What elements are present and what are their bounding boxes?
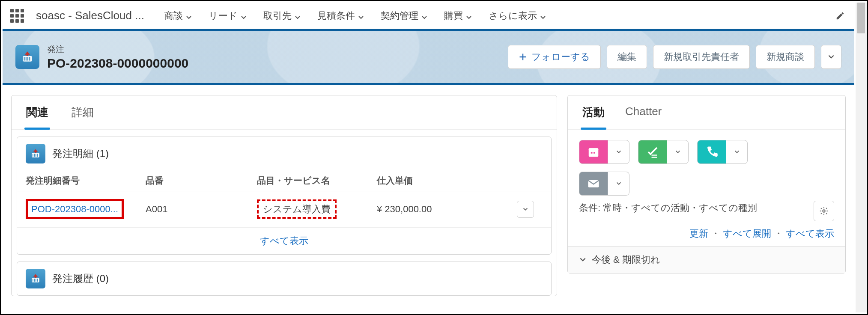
svg-rect-3	[27, 57, 28, 61]
chevron-down-icon[interactable]	[608, 140, 629, 164]
svg-rect-2	[26, 57, 27, 61]
svg-rect-13	[33, 279, 33, 282]
cell-price: ¥ 230,000.00	[377, 204, 517, 215]
chevron-down-icon[interactable]	[240, 12, 247, 19]
purchase-order-icon	[15, 45, 39, 69]
svg-rect-20	[591, 152, 593, 154]
col-header: 仕入単価	[377, 175, 517, 187]
svg-rect-10	[37, 154, 38, 157]
svg-rect-11	[35, 151, 36, 153]
cell-item-name: システム導入費	[257, 199, 337, 219]
order-line-link[interactable]: POD-202308-0000...	[26, 199, 124, 219]
chevron-down-icon[interactable]	[667, 140, 689, 164]
nav-tab-account[interactable]: 取引先	[259, 7, 305, 25]
svg-rect-14	[34, 279, 35, 282]
new-opportunity-button[interactable]: 新規商談	[756, 45, 815, 69]
svg-rect-19	[589, 148, 599, 151]
object-label: 発注	[47, 44, 508, 55]
send-email-button[interactable]	[579, 172, 629, 196]
tab-related[interactable]: 関連	[24, 95, 50, 129]
app-launcher-icon[interactable]	[8, 6, 27, 25]
tab-activity[interactable]: 活動	[581, 95, 606, 129]
new-event-button[interactable]	[579, 140, 629, 164]
chevron-down-icon[interactable]	[294, 12, 301, 19]
global-nav: soasc - SalesCloud ... 商談 リード 取引先 見積条件 契…	[3, 3, 854, 29]
task-icon	[638, 140, 667, 164]
chevron-down-icon[interactable]	[421, 12, 428, 19]
svg-rect-15	[36, 279, 36, 282]
tab-chatter[interactable]: Chatter	[623, 95, 663, 129]
related-list-order-history: 発注履歴 (0)	[17, 262, 552, 296]
svg-rect-9	[36, 154, 36, 157]
svg-rect-1	[24, 57, 25, 61]
nav-tab-purchase[interactable]: 購買	[440, 7, 477, 25]
more-actions-button[interactable]	[821, 45, 841, 69]
activity-settings-button[interactable]	[814, 201, 834, 221]
mail-icon	[579, 172, 608, 196]
log-call-button[interactable]	[697, 140, 748, 164]
activity-links: 更新・すべて展開・すべて表示	[568, 221, 845, 246]
nav-tab-contract[interactable]: 契約管理	[376, 7, 432, 25]
expand-all-link[interactable]: すべて展開	[723, 228, 771, 239]
cell-code: A001	[146, 204, 257, 215]
chevron-down-icon[interactable]	[358, 12, 364, 19]
svg-point-23	[823, 210, 825, 212]
related-list-order-lines: 発注明細 (1) 発注明細番号 品番 品目・サービス名 仕入単価 POD-202…	[17, 137, 552, 255]
phone-icon	[697, 140, 726, 164]
col-header: 品番	[146, 175, 257, 187]
svg-rect-5	[27, 54, 28, 56]
svg-rect-4	[29, 57, 30, 61]
nav-tab-lead[interactable]: リード	[204, 7, 251, 25]
chevron-down-icon[interactable]	[465, 12, 472, 19]
svg-rect-16	[37, 279, 38, 282]
chevron-down-icon[interactable]	[608, 172, 629, 196]
svg-rect-8	[34, 154, 35, 157]
record-name: PO-202308-0000000000	[47, 56, 508, 71]
chevron-down-icon[interactable]	[185, 12, 192, 19]
record-highlights: 発注 PO-202308-0000000000 フォローする 編集 新規取引先責…	[3, 29, 854, 85]
chevron-down-icon[interactable]	[540, 12, 546, 19]
related-list-title[interactable]: 発注履歴 (0)	[52, 272, 109, 285]
col-header: 品目・サービス名	[257, 175, 377, 187]
nav-tab-more[interactable]: さらに表示	[484, 7, 551, 25]
edit-button[interactable]: 編集	[607, 45, 647, 69]
tab-detail[interactable]: 詳細	[70, 95, 95, 129]
purchase-order-icon	[26, 144, 45, 163]
vertical-scrollbar[interactable]	[856, 3, 867, 312]
purchase-order-icon	[26, 269, 45, 288]
related-panel: 関連 詳細 発注明細 (1)	[11, 95, 557, 296]
chevron-down-icon	[579, 256, 587, 264]
calendar-icon	[579, 140, 608, 164]
view-all-link[interactable]: すべて表示	[786, 228, 834, 239]
upcoming-overdue-toggle[interactable]: 今後 & 期限切れ	[568, 246, 845, 273]
related-list-title[interactable]: 発注明細 (1)	[52, 147, 109, 160]
new-contact-button[interactable]: 新規取引先責任者	[653, 45, 750, 69]
follow-button[interactable]: フォローする	[508, 45, 601, 69]
activity-filter-text: 条件: 常時・すべての活動・すべての種別	[579, 201, 809, 215]
app-name[interactable]: soasc - SalesCloud ...	[36, 9, 144, 22]
nav-tab-quote[interactable]: 見積条件	[313, 7, 369, 25]
activity-panel: 活動 Chatter	[567, 95, 846, 273]
new-task-button[interactable]	[638, 140, 689, 164]
chevron-down-icon[interactable]	[726, 140, 748, 164]
nav-tab-opportunity[interactable]: 商談	[160, 7, 197, 25]
svg-rect-17	[35, 276, 36, 278]
svg-rect-7	[33, 154, 33, 157]
svg-rect-21	[594, 152, 595, 154]
table-row: POD-202308-0000... A001 システム導入費 ¥ 230,00…	[17, 191, 551, 227]
row-actions-button[interactable]	[517, 201, 534, 218]
refresh-link[interactable]: 更新	[689, 228, 708, 239]
view-all-link[interactable]: すべて表示	[17, 227, 551, 254]
col-header: 発注明細番号	[26, 175, 146, 187]
edit-nav-icon[interactable]	[831, 7, 849, 25]
